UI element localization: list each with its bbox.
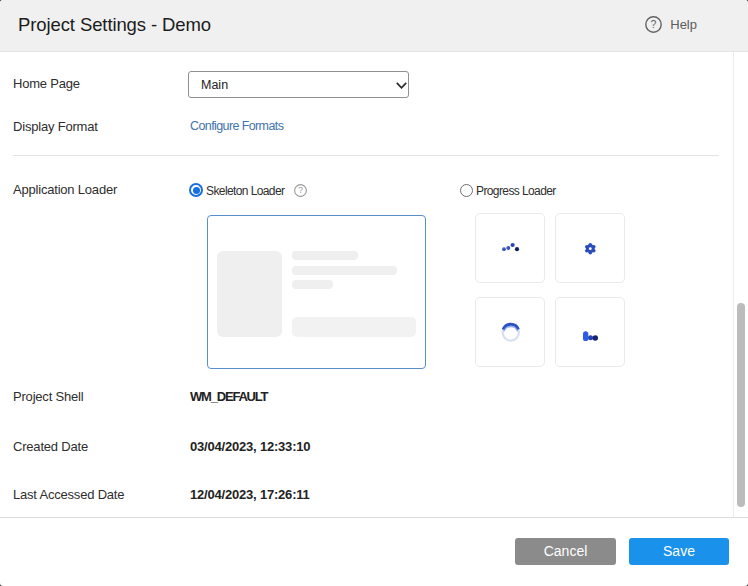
- svg-text:?: ?: [651, 18, 657, 30]
- svg-text:?: ?: [298, 185, 303, 195]
